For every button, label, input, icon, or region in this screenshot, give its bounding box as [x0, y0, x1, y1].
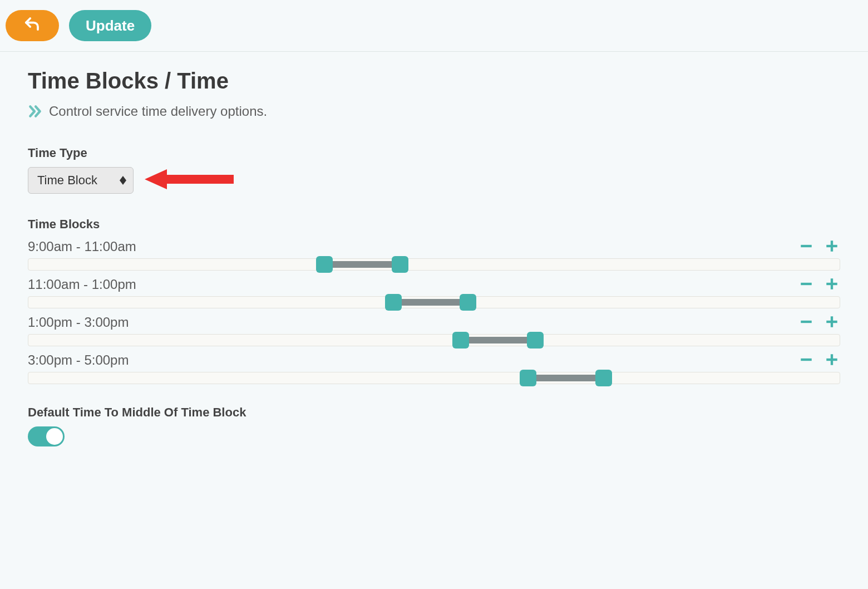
time-block-label: 3:00pm - 5:00pm [28, 352, 129, 368]
svg-marker-2 [145, 169, 234, 189]
time-blocks-label: Time Blocks [28, 217, 840, 232]
plus-icon [825, 313, 839, 332]
slider-range [393, 299, 468, 306]
time-block-slider[interactable] [28, 372, 840, 384]
plus-icon [825, 275, 839, 294]
minus-icon [799, 313, 813, 332]
slider-range [461, 337, 535, 343]
time-block-row: 11:00am - 1:00pm [28, 276, 840, 308]
add-time-block-button[interactable] [823, 314, 840, 331]
page-title: Time Blocks / Time [28, 68, 840, 94]
time-block-slider[interactable] [28, 334, 840, 346]
back-button[interactable] [6, 10, 59, 41]
default-middle-label: Default Time To Middle Of Time Block [28, 405, 840, 420]
time-blocks-list: 9:00am - 11:00am11:00am - 1:00pm1:00pm -… [28, 238, 840, 384]
slider-handle-start[interactable] [520, 370, 536, 386]
annotation-arrow-icon [145, 168, 234, 193]
minus-icon [799, 237, 813, 256]
minus-icon [799, 351, 813, 370]
minus-icon [799, 275, 813, 294]
slider-range [324, 261, 400, 268]
toolbar: Update [0, 0, 868, 52]
time-block-row: 1:00pm - 3:00pm [28, 314, 840, 346]
page-subtitle-row: Control service time delivery options. [28, 104, 840, 119]
time-block-slider[interactable] [28, 296, 840, 308]
time-block-label: 1:00pm - 3:00pm [28, 315, 129, 330]
update-button-label: Update [86, 17, 135, 35]
slider-handle-end[interactable] [595, 370, 612, 386]
default-middle-toggle[interactable] [28, 426, 65, 446]
undo-arrow-icon [24, 16, 41, 36]
time-block-label: 9:00am - 11:00am [28, 239, 136, 254]
remove-time-block-button[interactable] [798, 314, 815, 331]
remove-time-block-button[interactable] [798, 352, 815, 369]
slider-handle-start[interactable] [452, 332, 469, 349]
add-time-block-button[interactable] [823, 352, 840, 369]
plus-icon [825, 351, 839, 370]
page-subtitle: Control service time delivery options. [49, 104, 267, 119]
svg-marker-0 [120, 176, 126, 180]
update-button[interactable]: Update [69, 10, 151, 41]
remove-time-block-button[interactable] [798, 276, 815, 293]
time-block-row: 3:00pm - 5:00pm [28, 352, 840, 384]
time-block-slider[interactable] [28, 258, 840, 271]
slider-handle-end[interactable] [527, 332, 544, 349]
remove-time-block-button[interactable] [798, 238, 815, 255]
time-type-select[interactable]: Time Block [28, 167, 134, 194]
time-type-label: Time Type [28, 146, 840, 160]
time-block-row: 9:00am - 11:00am [28, 238, 840, 271]
add-time-block-button[interactable] [823, 276, 840, 293]
svg-marker-1 [120, 180, 126, 185]
add-time-block-button[interactable] [823, 238, 840, 255]
slider-handle-start[interactable] [316, 256, 333, 273]
slider-handle-end[interactable] [460, 294, 476, 311]
time-block-label: 11:00am - 1:00pm [28, 277, 136, 292]
double-chevron-right-icon [28, 104, 42, 119]
toggle-knob [46, 428, 63, 445]
plus-icon [825, 237, 839, 256]
slider-range [528, 375, 604, 381]
select-updown-icon [120, 176, 126, 185]
time-type-value: Time Block [37, 173, 97, 188]
slider-handle-start[interactable] [385, 294, 402, 311]
slider-handle-end[interactable] [392, 256, 408, 273]
content-panel: Time Blocks / Time Control service time … [0, 52, 868, 469]
